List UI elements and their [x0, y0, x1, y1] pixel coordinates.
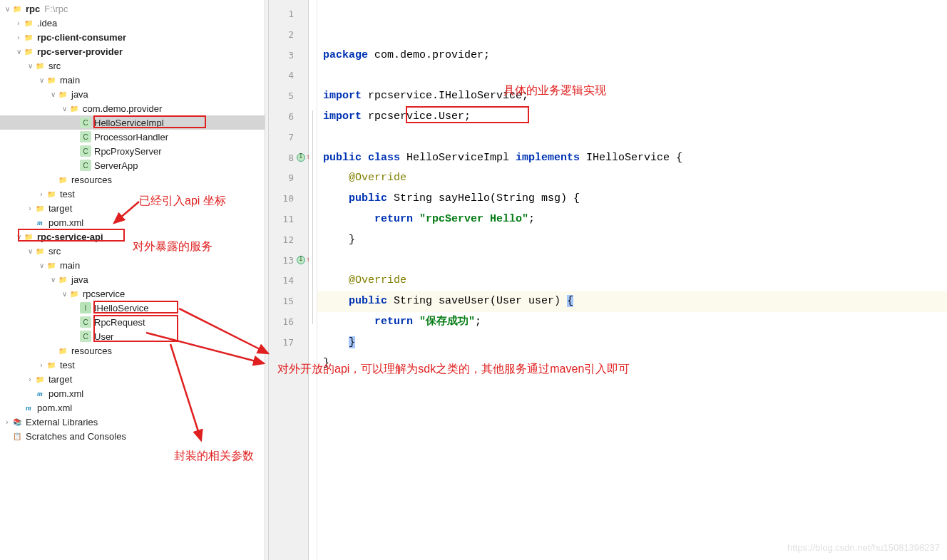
- tree-item[interactable]: ›📁test: [0, 187, 265, 201]
- line-number: 10: [269, 189, 294, 209]
- tree-item[interactable]: ∨📁main: [0, 73, 265, 87]
- tree-item[interactable]: CProcessorHandler: [0, 130, 265, 144]
- tree-item[interactable]: ∨📁src: [0, 58, 265, 73]
- tree-item[interactable]: ›📚External Libraries: [0, 415, 265, 429]
- tree-item-selected[interactable]: CHelloServiceImpl: [0, 115, 265, 130]
- tree-item[interactable]: ›📁rpc-client-consumer: [0, 30, 265, 44]
- tree-item[interactable]: IIHelloService: [0, 301, 265, 315]
- tree-item[interactable]: ∨📁rpc-server-provider: [0, 44, 265, 58]
- tree-item[interactable]: ∨📁com.demo.provider: [0, 101, 265, 115]
- line-gutter: 1 2 3 4 5 6 7 8I 9 10 11 12 13I 14 15 16…: [269, 0, 309, 560]
- line-number: 12: [269, 230, 294, 251]
- line-number: 7: [269, 128, 294, 148]
- line-number: 14: [269, 271, 294, 291]
- code-editor[interactable]: 1 2 3 4 5 6 7 8I 9 10 11 12 13I 14 15 16…: [269, 0, 947, 560]
- tree-item[interactable]: CUser: [0, 329, 265, 343]
- line-number: 5: [269, 86, 294, 107]
- tree-item[interactable]: 📁resources: [0, 343, 265, 358]
- line-number: 6: [269, 107, 294, 128]
- tree-item[interactable]: ›📁.idea: [0, 16, 265, 30]
- line-number: 8I: [269, 148, 294, 169]
- line-number: 16: [269, 312, 294, 333]
- tree-item[interactable]: ∨📁src: [0, 244, 265, 258]
- tree-item[interactable]: mpom.xml: [0, 400, 265, 415]
- line-number: 9: [269, 168, 294, 189]
- tree-root[interactable]: ∨📁rpcF:\rpc: [0, 1, 265, 16]
- line-number: 17: [269, 333, 294, 353]
- tree-item[interactable]: 📋Scratches and Consoles: [0, 429, 265, 443]
- tree-item[interactable]: CRpcRequest: [0, 315, 265, 329]
- line-number: 15: [269, 291, 294, 312]
- line-number: 11: [269, 209, 294, 230]
- tree-item[interactable]: ›📁target: [0, 372, 265, 386]
- line-number: 1: [269, 4, 294, 25]
- tree-item[interactable]: ∨📁rpc-service-api: [0, 229, 265, 244]
- line-number: 13I: [269, 251, 294, 271]
- watermark: https://blog.csdn.net/hu15081398237: [787, 542, 940, 553]
- line-number: 2: [269, 25, 294, 46]
- tree-item[interactable]: ∨📁rpcservice: [0, 286, 265, 301]
- tree-item[interactable]: CServerApp: [0, 158, 265, 172]
- tree-item[interactable]: mpom.xml: [0, 386, 265, 400]
- code-area[interactable]: package com.demo.provider; import rpcser…: [317, 0, 947, 560]
- line-number: 4: [269, 66, 294, 86]
- override-marker-icon[interactable]: I: [297, 256, 305, 264]
- override-marker-icon[interactable]: I: [297, 153, 305, 162]
- tree-item[interactable]: ∨📁main: [0, 258, 265, 272]
- tree-item[interactable]: mpom.xml: [0, 215, 265, 229]
- project-tree[interactable]: ∨📁rpcF:\rpc ›📁.idea ›📁rpc-client-consume…: [0, 0, 265, 560]
- tree-item[interactable]: ›📁test: [0, 358, 265, 372]
- tree-item[interactable]: CRpcProxyServer: [0, 144, 265, 158]
- tree-item[interactable]: ›📁target: [0, 201, 265, 215]
- line-number: 3: [269, 46, 294, 66]
- tree-item[interactable]: ∨📁java: [0, 87, 265, 101]
- fold-bar[interactable]: [309, 0, 317, 560]
- tree-item[interactable]: 📁resources: [0, 172, 265, 187]
- tree-item[interactable]: ∨📁java: [0, 272, 265, 286]
